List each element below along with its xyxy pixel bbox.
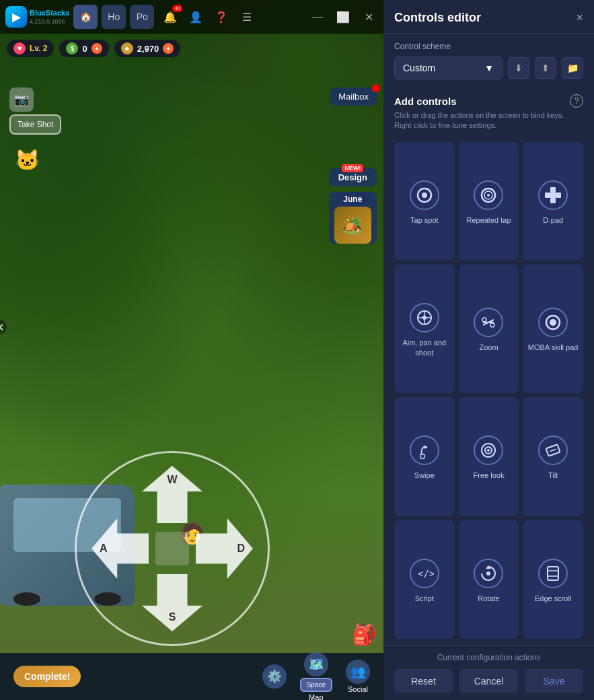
rotate-label: Rotate	[478, 594, 499, 603]
menu-icon[interactable]: ☰	[237, 7, 256, 26]
reset-button[interactable]: Reset	[394, 669, 453, 693]
profile-icon[interactable]: 👤	[186, 7, 205, 26]
take-shot-label: Take Shot	[17, 120, 53, 129]
panel-title: Controls editor	[394, 11, 481, 25]
control-script[interactable]: </> Script	[394, 520, 455, 639]
current-config-label: Current configuration actions	[394, 653, 583, 662]
mailbox-label: Mailbox	[338, 92, 369, 102]
control-moba-skill-pad[interactable]: MOBA skill pad	[523, 265, 583, 393]
inventory-icon[interactable]: 🎒	[352, 623, 377, 646]
tab-1-label: Ho	[108, 11, 120, 22]
scheme-upload-btn[interactable]: ⬆	[535, 57, 556, 79]
map-label: Map	[309, 693, 323, 701]
zoom-icon	[474, 308, 503, 337]
help-question-icon[interactable]: ?	[570, 94, 583, 108]
control-tilt[interactable]: Tilt	[523, 397, 583, 516]
svg-point-28	[486, 571, 490, 575]
add-controls-title: Add controls	[394, 96, 457, 107]
reset-label: Reset	[411, 676, 436, 687]
settings-nav[interactable]: ⚙️	[262, 664, 287, 689]
dropdown-arrow-icon: ▼	[484, 63, 494, 73]
hud-top: ♥ Lv. 2 $ 0 + ★ 2,970 +	[0, 37, 383, 60]
svg-rect-6	[550, 198, 556, 203]
control-edge-scroll[interactable]: Edge scroll	[523, 520, 583, 639]
complete-button[interactable]: Complete!	[13, 666, 81, 687]
scheme-value: Custom	[403, 63, 435, 73]
minimize-button[interactable]: —	[308, 7, 327, 26]
add-currency2-btn[interactable]: +	[163, 43, 174, 54]
dpad-center-piece	[155, 532, 189, 565]
scheme-download-btn[interactable]: ⬇	[508, 57, 529, 79]
control-swipe[interactable]: Swipe	[394, 397, 455, 516]
svg-rect-29	[548, 567, 558, 580]
design-button[interactable]: NEW! Design	[329, 168, 377, 186]
social-nav[interactable]: 👥 Social	[346, 660, 370, 693]
svg-point-4	[487, 194, 490, 197]
control-scheme-section: Control scheme Custom ▼ ⬇ ⬆ 📁	[383, 34, 594, 88]
free-look-icon	[474, 435, 503, 465]
top-bar: ▶ BlueStacks 4.210.0.1095 🏠 Ho Po 🔔 40 👤…	[0, 0, 383, 34]
script-label: Script	[415, 594, 434, 603]
cancel-button[interactable]: Cancel	[459, 669, 518, 693]
map-icon: 🗺️	[304, 652, 328, 676]
repeated-tap-icon	[474, 180, 503, 210]
script-icon: </>	[410, 559, 439, 588]
edge-scroll-label: Edge scroll	[535, 594, 571, 603]
svg-point-1	[422, 193, 427, 198]
controls-grid: Tap spot Repeated tap D-pad	[383, 135, 594, 645]
scheme-folder-btn[interactable]: 📁	[562, 57, 583, 79]
svg-text:</>: </>	[418, 568, 434, 579]
cancel-label: Cancel	[474, 676, 504, 687]
map-nav[interactable]: 🗺️ Space Map	[300, 652, 332, 701]
tap-spot-label: Tap spot	[410, 215, 439, 225]
tab-2[interactable]: Po	[130, 5, 154, 29]
control-d-pad[interactable]: D-pad	[523, 142, 583, 260]
june-button[interactable]: June 🏕️	[329, 192, 377, 244]
take-shot-button[interactable]: Take Shot	[9, 114, 61, 135]
control-tap-spot[interactable]: Tap spot	[394, 142, 455, 260]
control-aim-pan-shoot[interactable]: Aim, pan and shoot	[394, 265, 455, 393]
dpad-left-btn[interactable]: A	[91, 518, 149, 579]
mailbox-button[interactable]: Mailbox	[330, 88, 377, 106]
bluestacks-icon: ▶	[5, 6, 27, 28]
d-pad-icon	[538, 180, 568, 210]
bluestacks-logo: ▶ BlueStacks 4.210.0.1095	[5, 6, 69, 28]
panel-close-button[interactable]: ×	[576, 11, 583, 25]
dpad-up-btn[interactable]: W	[142, 466, 202, 523]
control-free-look[interactable]: Free look	[459, 397, 519, 516]
control-scheme-label: Control scheme	[394, 42, 583, 51]
dpad-down-btn[interactable]: S	[142, 574, 202, 631]
dpad-right-label: D	[237, 542, 250, 555]
close-button[interactable]: ✕	[359, 7, 378, 26]
control-repeated-tap[interactable]: Repeated tap	[459, 142, 519, 260]
bluestacks-version: 4.210.0.1095	[30, 18, 69, 25]
notification-count: 40	[172, 5, 182, 12]
svg-rect-8	[556, 193, 561, 198]
tab-1[interactable]: Ho	[102, 5, 126, 29]
swipe-label: Swipe	[414, 470, 435, 480]
restore-button[interactable]: ⬜	[334, 7, 352, 26]
settings-icon: ⚙️	[262, 664, 287, 689]
save-button[interactable]: Save	[525, 669, 583, 693]
add-currency1-btn[interactable]: +	[91, 43, 102, 54]
tilt-icon	[538, 435, 568, 465]
add-controls-desc: Click or drag the actions on the screen …	[394, 110, 583, 131]
dpad-right-btn[interactable]: D	[196, 518, 253, 579]
control-rotate[interactable]: Rotate	[459, 520, 519, 639]
help-icon[interactable]: ❓	[212, 7, 231, 26]
notification-bell[interactable]: 🔔 40	[161, 7, 180, 26]
camera-icon[interactable]: 📷	[9, 88, 34, 112]
dpad-down-label: S	[169, 611, 176, 629]
control-zoom[interactable]: Zoom	[459, 265, 519, 393]
tab-home[interactable]: 🏠	[73, 5, 98, 29]
tab-2-label: Po	[137, 11, 148, 22]
repeated-tap-label: Repeated tap	[466, 215, 511, 225]
fox-icon: 🐱	[15, 148, 40, 172]
zoom-label: Zoom	[479, 343, 498, 352]
footer-buttons: Reset Cancel Save	[394, 669, 583, 693]
add-controls-header: Add controls ?	[394, 94, 583, 108]
currency1-value: 0	[82, 44, 87, 54]
scheme-dropdown[interactable]: Custom ▼	[394, 57, 503, 79]
level-badge: ♥ Lv. 2	[7, 40, 54, 57]
bottom-hud: Complete! ⚙️ 🗺️ Space Map 👥 Social 🎒	[0, 653, 383, 700]
